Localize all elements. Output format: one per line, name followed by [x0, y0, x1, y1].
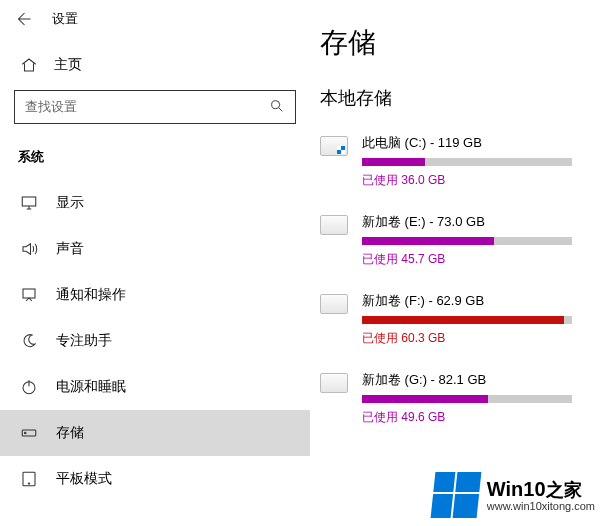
svg-point-7 [28, 483, 29, 484]
nav-item-display[interactable]: 显示 [0, 180, 310, 226]
watermark: Win10之家 www.win10xitong.com [433, 472, 595, 518]
nav-item-tablet[interactable]: 平板模式 [0, 456, 310, 502]
watermark-url: www.win10xitong.com [487, 500, 595, 512]
watermark-brand: Win10 [487, 478, 546, 500]
search-input[interactable]: 查找设置 [14, 90, 296, 124]
nav-list: 显示声音通知和操作专注助手电源和睡眠存储平板模式 [0, 180, 310, 526]
nav-item-label: 声音 [56, 240, 84, 258]
usage-bar [362, 316, 572, 324]
tablet-icon [20, 470, 38, 488]
search-placeholder: 查找设置 [25, 98, 77, 116]
nav-item-notify[interactable]: 通知和操作 [0, 272, 310, 318]
nav-item-label: 通知和操作 [56, 286, 126, 304]
usage-bar [362, 237, 572, 245]
storage-icon [20, 424, 38, 442]
section-subtitle: 本地存储 [320, 86, 589, 110]
drive-title: 新加卷 (F:) - 62.9 GB [362, 292, 583, 310]
usage-text: 已使用 49.6 GB [362, 409, 583, 426]
notify-icon [20, 286, 38, 304]
category-header: 系统 [0, 142, 310, 180]
drive-title: 新加卷 (E:) - 73.0 GB [362, 213, 583, 231]
drive-title: 此电脑 (C:) - 119 GB [362, 134, 583, 152]
svg-rect-2 [23, 289, 35, 298]
drive-icon [320, 136, 348, 156]
sound-icon [20, 240, 38, 258]
usage-bar [362, 395, 572, 403]
svg-rect-1 [22, 197, 36, 206]
display-icon [20, 194, 38, 212]
home-nav[interactable]: 主页 [0, 46, 310, 90]
windows-logo-icon [430, 472, 481, 518]
usage-text: 已使用 36.0 GB [362, 172, 583, 189]
watermark-brand-suffix: 之家 [546, 480, 582, 500]
drive-icon [320, 294, 348, 314]
nav-item-sound[interactable]: 声音 [0, 226, 310, 272]
svg-point-5 [25, 432, 27, 434]
usage-text: 已使用 60.3 GB [362, 330, 583, 347]
drive-row[interactable]: 新加卷 (G:) - 82.1 GB已使用 49.6 GB [320, 371, 589, 426]
home-icon [20, 56, 38, 74]
nav-item-label: 专注助手 [56, 332, 112, 350]
drive-row[interactable]: 新加卷 (E:) - 73.0 GB已使用 45.7 GB [320, 213, 589, 268]
back-icon[interactable] [14, 10, 32, 28]
search-icon [269, 98, 285, 117]
nav-item-storage[interactable]: 存储 [0, 410, 310, 456]
nav-item-label: 显示 [56, 194, 84, 212]
svg-point-0 [272, 100, 280, 108]
focus-icon [20, 332, 38, 350]
drive-icon [320, 215, 348, 235]
nav-item-focus[interactable]: 专注助手 [0, 318, 310, 364]
nav-item-power[interactable]: 电源和睡眠 [0, 364, 310, 410]
nav-item-label: 平板模式 [56, 470, 112, 488]
drive-title: 新加卷 (G:) - 82.1 GB [362, 371, 583, 389]
nav-item-label: 电源和睡眠 [56, 378, 126, 396]
usage-text: 已使用 45.7 GB [362, 251, 583, 268]
drive-icon [320, 373, 348, 393]
usage-bar [362, 158, 572, 166]
drive-row[interactable]: 新加卷 (F:) - 62.9 GB已使用 60.3 GB [320, 292, 589, 347]
settings-title: 设置 [52, 10, 78, 28]
drive-row[interactable]: 此电脑 (C:) - 119 GB已使用 36.0 GB [320, 134, 589, 189]
page-title: 存储 [320, 24, 589, 62]
power-icon [20, 378, 38, 396]
home-label: 主页 [54, 56, 82, 74]
nav-item-label: 存储 [56, 424, 84, 442]
